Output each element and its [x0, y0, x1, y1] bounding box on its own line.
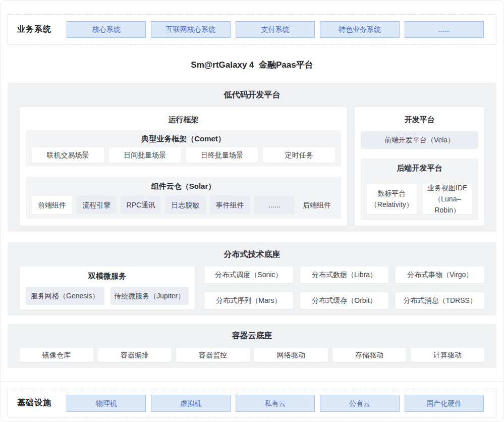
solar-front-item: 前端组件 — [32, 196, 72, 214]
dual-mode-item-row: 服务网格（Genesis） 传统微服务（Jupiter） — [26, 287, 189, 305]
runtime-framework-title: 运行框架 — [26, 114, 341, 125]
comet-item: 定时任务 — [263, 147, 335, 163]
backend-dev-item-code: （Relativity） — [367, 199, 417, 210]
dual-mode-title: 双模微服务 — [26, 271, 189, 282]
solar-item: 日志脱敏 — [165, 196, 205, 214]
infrastructure-item: 公有云 — [320, 395, 399, 412]
low-code-content: 运行框架 典型业务框架（Comet） 联机交易场景 日间批量场景 日终批量场景 … — [20, 107, 484, 226]
dual-mode-microservice-panel: 双模微服务 服务网格（Genesis） 传统微服务（Jupiter） — [20, 267, 195, 309]
distributed-item: 分布式数据（Libra） — [300, 267, 389, 283]
infrastructure-item: 虚拟机 — [151, 395, 230, 412]
section-divider — [1, 381, 503, 382]
container-item: 容器监控 — [176, 348, 250, 362]
distributed-item: 分布式消息（TDRSS） — [396, 292, 484, 309]
comet-item: 日间批量场景 — [109, 147, 181, 163]
distributed-base-title: 分布式技术底座 — [20, 249, 484, 260]
business-systems-label: 业务系统 — [17, 24, 51, 35]
container-item: 镜像仓库 — [20, 348, 93, 362]
low-code-platform-section: 低代码开发平台 运行框架 典型业务框架（Comet） 联机交易场景 日间批量场景… — [8, 83, 496, 232]
dev-platform-title: 开发平台 — [361, 114, 478, 125]
distributed-content: 双模微服务 服务网格（Genesis） 传统微服务（Jupiter） 分布式调度… — [20, 267, 484, 309]
dev-platform-panel: 开发平台 前端开发平台（Vela） 后端开发平台 数标平台 （Relativit… — [355, 107, 484, 226]
container-item: 网络驱动 — [254, 348, 328, 362]
solar-back-item: 后端组件 — [299, 196, 335, 214]
architecture-diagram: 业务系统 核心系统 互联网核心系统 支付系统 特色业务系统 ...... Sm@… — [0, 0, 504, 422]
frontend-dev-platform-item: 前端开发平台（Vela） — [361, 131, 478, 149]
dual-mode-item: 服务网格（Genesis） — [26, 287, 104, 305]
business-system-item: 支付系统 — [236, 21, 315, 38]
solar-item: 流程引擎 — [76, 196, 117, 214]
backend-dev-item-code: （Luna–Robin） — [423, 193, 473, 216]
page-title: Sm@rtGalaxy 4 金融Paas平台 — [1, 59, 503, 71]
comet-item: 日终批量场景 — [186, 147, 258, 163]
infrastructure-item: 物理机 — [67, 395, 146, 412]
runtime-framework-panel: 运行框架 典型业务框架（Comet） 联机交易场景 日间批量场景 日终批量场景 … — [20, 107, 347, 226]
backend-dev-item-row: 数标平台 （Relativity） 业务视图IDE （Luna–Robin） — [367, 184, 472, 214]
infrastructure-section: 基础设施 物理机 虚拟机 私有云 公有云 国产化硬件 — [8, 389, 496, 417]
distributed-base-section: 分布式技术底座 双模微服务 服务网格（Genesis） 传统微服务（Jupite… — [8, 242, 496, 315]
solar-item: RPC通讯 — [121, 196, 161, 214]
backend-dev-item-name: 业务视图IDE — [423, 182, 473, 193]
backend-dev-item: 数标平台 （Relativity） — [367, 184, 417, 214]
solar-item-row: 前端组件 流程引擎 RPC通讯 日志脱敏 事件组件 ...... 后端组件 — [32, 196, 335, 214]
container-base-title: 容器云底座 — [20, 330, 484, 341]
distributed-item: 分布式事物（Virgo） — [396, 267, 484, 283]
infrastructure-label: 基础设施 — [17, 398, 51, 408]
solar-components-title: 组件云仓（Solar） — [32, 181, 335, 192]
container-base-section: 容器云底座 镜像仓库 容器编排 容器监控 网络驱动 存储驱动 计算驱动 — [8, 324, 496, 368]
comet-item-row: 联机交易场景 日间批量场景 日终批量场景 定时任务 — [32, 147, 335, 163]
business-systems-section: 业务系统 核心系统 互联网核心系统 支付系统 特色业务系统 ...... — [8, 14, 496, 45]
solar-item: 事件组件 — [210, 196, 250, 214]
low-code-platform-title: 低代码开发平台 — [20, 89, 484, 100]
container-item: 容器编排 — [98, 348, 172, 362]
distributed-grid: 分布式调度（Sonic） 分布式数据（Libra） 分布式事物（Virgo） 分… — [204, 267, 484, 309]
business-systems-list: 核心系统 互联网核心系统 支付系统 特色业务系统 ...... — [67, 21, 484, 38]
comet-framework-title: 典型业务框架（Comet） — [32, 133, 335, 144]
container-item-row: 镜像仓库 容器编排 容器监控 网络驱动 存储驱动 计算驱动 — [20, 348, 484, 362]
distributed-item: 分布式序列（Mars） — [204, 292, 293, 309]
infrastructure-item: 私有云 — [236, 395, 315, 412]
container-item: 计算驱动 — [411, 348, 484, 362]
backend-dev-platform-title: 后端开发平台 — [367, 163, 472, 174]
backend-dev-platform-panel: 后端开发平台 数标平台 （Relativity） 业务视图IDE （Luna–R… — [361, 159, 478, 220]
business-system-item-more: ...... — [405, 21, 484, 38]
distributed-item: 分布式缓存（Orbit） — [300, 292, 389, 309]
comet-item: 联机交易场景 — [32, 147, 104, 163]
backend-dev-item-name: 数标平台 — [367, 188, 417, 199]
solar-item-more: ...... — [254, 196, 295, 214]
business-system-item: 特色业务系统 — [320, 21, 399, 38]
comet-framework-panel: 典型业务框架（Comet） 联机交易场景 日间批量场景 日终批量场景 定时任务 — [26, 130, 341, 167]
business-system-item: 互联网核心系统 — [151, 21, 230, 38]
dual-mode-item: 传统微服务（Jupiter） — [110, 287, 189, 305]
infrastructure-item: 国产化硬件 — [405, 395, 484, 412]
distributed-item: 分布式调度（Sonic） — [204, 267, 293, 283]
solar-components-panel: 组件云仓（Solar） 前端组件 流程引擎 RPC通讯 日志脱敏 事件组件 ..… — [26, 177, 341, 219]
container-item: 存储驱动 — [332, 348, 406, 362]
infrastructure-list: 物理机 虚拟机 私有云 公有云 国产化硬件 — [67, 395, 484, 412]
backend-dev-item: 业务视图IDE （Luna–Robin） — [423, 184, 473, 214]
business-system-item: 核心系统 — [67, 21, 146, 38]
